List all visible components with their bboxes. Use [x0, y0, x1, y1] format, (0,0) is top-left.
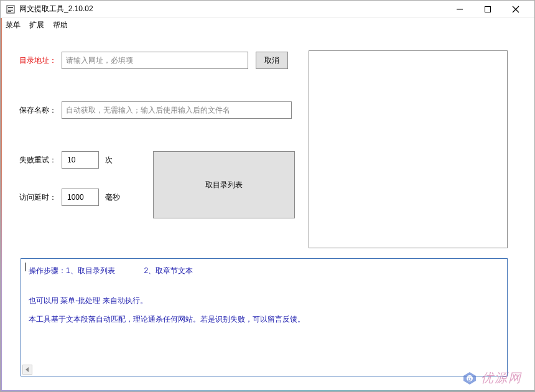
retry-input[interactable]: [62, 151, 99, 169]
url-input[interactable]: [62, 52, 248, 69]
info-line2: 也可以用 菜单-批处理 来自动执行。: [29, 295, 500, 306]
delay-unit: 毫秒: [105, 192, 120, 203]
name-input[interactable]: [62, 101, 292, 119]
menu-item-main[interactable]: 菜单: [6, 20, 21, 30]
info-step1: 操作步骤：1、取目录列表: [29, 266, 115, 275]
info-textarea[interactable]: 操作步骤：1、取目录列表 2、取章节文本 也可以用 菜单-批处理 来自动执行。 …: [21, 258, 508, 376]
url-label: 目录地址：: [19, 55, 62, 66]
svg-text:D: D: [468, 376, 472, 382]
svg-rect-1: [8, 7, 13, 8]
info-line3: 本工具基于文本段落自动匹配，理论通杀任何网站。若是识别失败，可以留言反馈。: [29, 314, 500, 325]
info-step2: 2、取章节文本: [144, 266, 193, 275]
svg-rect-2: [8, 9, 13, 9]
svg-rect-3: [8, 10, 13, 11]
name-label: 保存名称：: [19, 105, 62, 116]
scroll-left-button[interactable]: [22, 365, 32, 375]
menu-item-ext[interactable]: 扩展: [29, 20, 44, 30]
retry-label: 失败重试：: [19, 155, 62, 166]
fetch-list-button[interactable]: 取目录列表: [153, 151, 295, 218]
watermark: D 优源网: [462, 370, 522, 386]
close-button[interactable]: [501, 1, 529, 18]
app-icon: [6, 4, 16, 14]
side-panel[interactable]: [309, 50, 508, 248]
delay-input[interactable]: [62, 189, 99, 206]
cancel-button[interactable]: 取消: [256, 52, 288, 69]
delay-label: 访问延时：: [19, 192, 62, 203]
svg-rect-4: [8, 11, 11, 12]
watermark-icon: D: [462, 371, 477, 386]
svg-rect-6: [485, 6, 490, 12]
watermark-text: 优源网: [481, 370, 522, 386]
maximize-button[interactable]: [473, 1, 501, 18]
menu-item-help[interactable]: 帮助: [53, 20, 68, 30]
retry-unit: 次: [105, 155, 113, 166]
svg-marker-9: [26, 367, 29, 372]
minimize-button[interactable]: [445, 1, 473, 18]
titlebar: 网文提取工具_2.10.02: [1, 1, 534, 18]
window-title: 网文提取工具_2.10.02: [19, 4, 445, 14]
text-cursor: [25, 263, 26, 271]
menubar: 菜单 扩展 帮助: [1, 18, 534, 32]
